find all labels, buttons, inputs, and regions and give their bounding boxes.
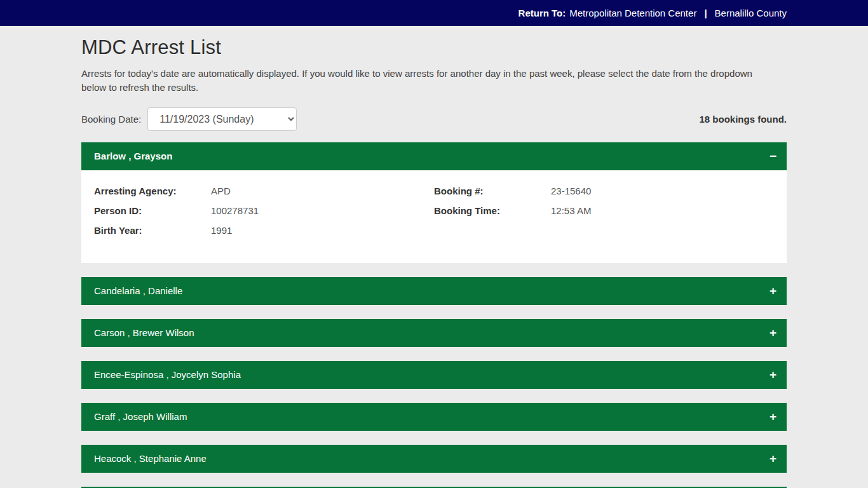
topbar-separator: | — [704, 8, 707, 18]
inmate-name: Encee-Espinosa , Joycelyn Sophia — [94, 369, 241, 380]
field-row: Arresting Agency:APD — [94, 186, 434, 196]
accordion-item: Carson , Brewer Wilson+ — [81, 319, 787, 347]
booking-date-select[interactable]: 11/19/2023 (Sunday) — [147, 107, 297, 131]
return-to-label: Return To: — [519, 8, 566, 18]
accordion-item: Heacock , Stephanie Anne+ — [81, 445, 787, 473]
inmate-name: Candelaria , Danielle — [94, 285, 182, 296]
accordion-header[interactable]: Graff , Joseph William+ — [81, 403, 787, 431]
details-column-right: Booking #:23-15640Booking Time:12:53 AM — [434, 186, 774, 245]
booking-details-panel: Arresting Agency:APDPerson ID:100278731B… — [81, 170, 787, 263]
expand-icon[interactable]: + — [770, 410, 776, 423]
accordion-header[interactable]: Encee-Espinosa , Joycelyn Sophia+ — [81, 361, 787, 389]
accordion-header[interactable]: Heacock , Stephanie Anne+ — [81, 445, 787, 473]
booking-date-label: Booking Date: — [81, 114, 141, 125]
page-description: Arrests for today's date are automatical… — [81, 67, 768, 95]
accordion-item: Candelaria , Danielle+ — [81, 277, 787, 305]
field-label: Booking #: — [434, 186, 551, 196]
field-row: Person ID:100278731 — [94, 205, 434, 216]
accordion-list: Barlow , Grayson−Arresting Agency:APDPer… — [81, 142, 787, 488]
field-label: Arresting Agency: — [94, 186, 211, 196]
accordion-item: Graff , Joseph William+ — [81, 403, 787, 431]
top-bar: Return To: Metropolitan Detention Center… — [0, 0, 868, 26]
link-metropolitan-detention-center[interactable]: Metropolitan Detention Center — [569, 8, 696, 18]
field-label: Birth Year: — [94, 225, 211, 236]
accordion-item: Barlow , Grayson−Arresting Agency:APDPer… — [81, 142, 787, 263]
field-row: Birth Year:1991 — [94, 225, 434, 236]
field-label: Booking Time: — [434, 205, 551, 216]
collapse-icon[interactable]: − — [770, 150, 776, 162]
field-value: APD — [211, 186, 231, 196]
link-bernalillo-county[interactable]: Bernalillo County — [715, 8, 787, 18]
field-value: 23-15640 — [551, 186, 591, 196]
expand-icon[interactable]: + — [770, 327, 776, 339]
field-value: 12:53 AM — [551, 205, 591, 216]
inmate-name: Heacock , Stephanie Anne — [94, 453, 207, 464]
expand-icon[interactable]: + — [770, 369, 776, 381]
field-value: 1991 — [211, 225, 232, 236]
accordion-header[interactable]: Candelaria , Danielle+ — [81, 277, 787, 305]
inmate-name: Carson , Brewer Wilson — [94, 327, 194, 338]
accordion-item: Encee-Espinosa , Joycelyn Sophia+ — [81, 361, 787, 389]
main-content: MDC Arrest List Arrests for today's date… — [81, 36, 787, 488]
accordion-header[interactable]: Barlow , Grayson− — [81, 142, 787, 170]
expand-icon[interactable]: + — [770, 452, 776, 464]
field-value: 100278731 — [211, 205, 259, 216]
field-row: Booking #:23-15640 — [434, 186, 774, 196]
inmate-name: Barlow , Grayson — [94, 151, 172, 161]
inmate-name: Graff , Joseph William — [94, 411, 187, 422]
expand-icon[interactable]: + — [770, 285, 776, 297]
field-row: Booking Time:12:53 AM — [434, 205, 774, 216]
field-label: Person ID: — [94, 205, 211, 216]
results-count: 18 bookings found. — [700, 114, 787, 125]
accordion-header[interactable]: Carson , Brewer Wilson+ — [81, 319, 787, 347]
controls-row: Booking Date: 11/19/2023 (Sunday) 18 boo… — [81, 107, 787, 131]
page-title: MDC Arrest List — [81, 36, 787, 59]
details-column-left: Arresting Agency:APDPerson ID:100278731B… — [94, 186, 434, 245]
